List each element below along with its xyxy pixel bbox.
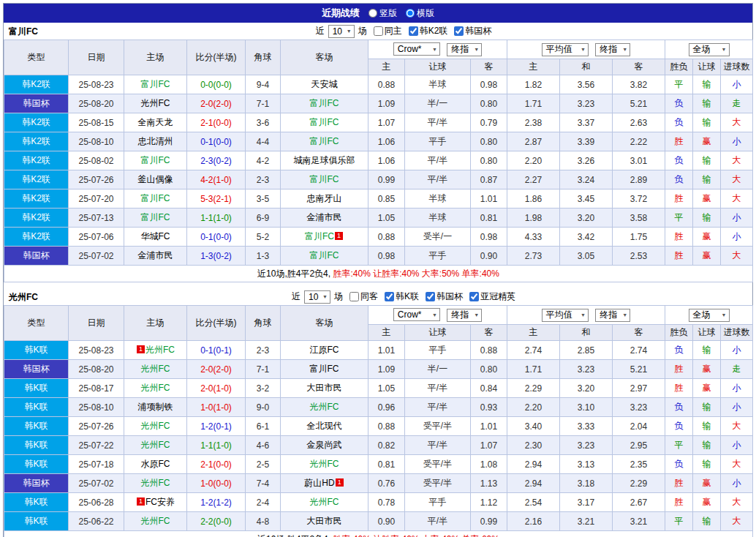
- team-name[interactable]: 富川FC: [141, 212, 170, 222]
- away-team-cell: 金浦市民: [281, 209, 368, 228]
- league-filter-1-checkbox[interactable]: [454, 26, 464, 36]
- bookmaker-select[interactable]: Crow*▼: [393, 42, 440, 56]
- corners-cell: 2-5: [246, 455, 281, 474]
- team-name[interactable]: 富川FC: [310, 98, 339, 108]
- results-table: 类型 日期 主场 比分(半场) 角球 客场 Crow*▼ 终指▼ 平均值▼ 终指…: [4, 305, 753, 537]
- team-name[interactable]: 光州FC: [141, 98, 170, 108]
- team-name[interactable]: 蔚山HD: [304, 478, 334, 488]
- away-team-cell: 富川FC: [281, 247, 368, 266]
- match-count-select[interactable]: 10▼: [304, 290, 330, 304]
- average-select[interactable]: 平均值▼: [542, 309, 589, 322]
- league-filter-2-option[interactable]: 亚冠精英: [464, 290, 515, 303]
- sub-result: 胜负: [665, 325, 693, 341]
- team-name[interactable]: 金浦市民: [307, 212, 342, 222]
- team-name[interactable]: 釜山偶像: [138, 174, 173, 184]
- team-name[interactable]: 全北现代: [307, 421, 342, 431]
- team-name[interactable]: 光州FC: [145, 345, 175, 355]
- home-team-cell: 富川FC: [124, 209, 187, 228]
- match-row: 韩K联25-07-18水原FC2-1(0-0)2-5光州FC0.81受平/半1.…: [4, 455, 753, 474]
- team-name[interactable]: 金浦市民: [138, 250, 173, 260]
- team-name[interactable]: 天安城: [311, 79, 338, 89]
- team-name[interactable]: 金泉尚武: [307, 440, 342, 450]
- team-name[interactable]: 城南足球俱乐部: [294, 155, 355, 165]
- league-cell: 韩K联: [4, 455, 69, 474]
- team-name[interactable]: 忠北清州: [138, 136, 173, 146]
- team-name[interactable]: 忠南牙山: [307, 193, 342, 203]
- team-name[interactable]: 光州FC: [141, 516, 170, 526]
- team-name[interactable]: 富川FC: [310, 117, 339, 127]
- team-name[interactable]: 富川FC: [305, 231, 334, 241]
- avg-draw-odds: 3.23: [560, 436, 613, 455]
- result-outcome: 平: [665, 209, 693, 228]
- team-name[interactable]: 光州FC: [141, 364, 170, 374]
- avg-away-odds: 2.53: [613, 247, 665, 266]
- team-name[interactable]: 光州FC: [310, 497, 339, 507]
- layout-vertical-option[interactable]: 竖版: [368, 7, 397, 20]
- team-name[interactable]: 光州FC: [141, 478, 170, 488]
- team-name[interactable]: 光州FC: [310, 459, 339, 469]
- avg-draw-odds: 3.24: [560, 170, 613, 189]
- team-name[interactable]: 光州FC: [141, 440, 170, 450]
- fullmatch-select[interactable]: 全场▼: [689, 43, 730, 56]
- handicap-line: 半/一: [405, 94, 471, 113]
- score-cell: 1-3(0-2): [187, 247, 246, 266]
- same-venue-option[interactable]: 同主: [368, 25, 402, 37]
- average-select[interactable]: 平均值▼: [542, 43, 589, 56]
- handicap-line: 半球: [405, 75, 471, 94]
- bookmaker-select[interactable]: Crow*▼: [393, 308, 440, 321]
- layout-horizontal-option[interactable]: 横版: [406, 7, 434, 20]
- team-name[interactable]: 光州FC: [141, 421, 170, 431]
- away-team-cell: 大田市民: [281, 512, 368, 531]
- team-name[interactable]: 水原FC: [141, 459, 170, 469]
- average-final-select[interactable]: 终指▼: [595, 309, 630, 322]
- team-name[interactable]: 光州FC: [141, 383, 170, 393]
- team-name[interactable]: 富川FC: [310, 174, 339, 184]
- average-final-select[interactable]: 终指▼: [595, 43, 630, 56]
- same-venue-checkbox[interactable]: [374, 26, 383, 36]
- league-filter-1-option[interactable]: 韩国杯: [420, 290, 463, 303]
- filter-label: 场: [334, 290, 343, 303]
- team-name[interactable]: 富川FC: [141, 155, 170, 165]
- team-name[interactable]: 富川FC: [310, 364, 339, 374]
- fullmatch-select[interactable]: 全场▼: [689, 309, 730, 322]
- avg-draw-odds: 3.56: [560, 75, 613, 94]
- score-cell: 1-1(1-0): [187, 209, 246, 228]
- same-venue-checkbox[interactable]: [349, 292, 359, 301]
- team-name[interactable]: 浦项制铁: [138, 402, 173, 412]
- handicap-line: 平/半: [405, 398, 471, 417]
- team-name[interactable]: 富川FC: [141, 193, 170, 203]
- league-filter-1-checkbox[interactable]: [426, 292, 435, 301]
- league-filter-0-checkbox[interactable]: [385, 292, 394, 301]
- home-team-cell: 光州FC: [124, 474, 187, 493]
- league-filter-0-option[interactable]: 韩K2联: [404, 25, 448, 37]
- same-venue-option[interactable]: 同客: [344, 290, 378, 303]
- team-name[interactable]: 华城FC: [141, 231, 170, 241]
- league-filter-0-checkbox[interactable]: [409, 26, 418, 36]
- avg-away-odds: 3.01: [613, 151, 665, 170]
- handicap-final-select[interactable]: 终指▼: [447, 309, 482, 322]
- home-team-cell: 忠北清州: [124, 132, 187, 151]
- team-name[interactable]: FC安养: [145, 497, 175, 507]
- handicap-final-select[interactable]: 终指▼: [447, 43, 482, 56]
- handicap-line: 受平/半: [405, 417, 471, 436]
- team-name[interactable]: 光州FC: [310, 402, 339, 412]
- date-cell: 25-07-06: [69, 228, 124, 247]
- team-name[interactable]: 全南天龙: [138, 117, 173, 127]
- team-name[interactable]: 江原FC: [310, 345, 339, 355]
- team-name[interactable]: 富川FC: [310, 136, 339, 146]
- team-name[interactable]: 富川FC: [310, 250, 339, 260]
- date-cell: 25-08-15: [69, 113, 124, 132]
- league-filter-1-option[interactable]: 韩国杯: [449, 25, 491, 37]
- vertical-radio[interactable]: [368, 9, 377, 18]
- league-filter-2-checkbox[interactable]: [469, 292, 479, 301]
- goals-outcome: 大: [721, 151, 753, 170]
- team-name[interactable]: 富川FC: [141, 79, 170, 89]
- score-cell: 2-1(0-0): [187, 455, 246, 474]
- date-cell: 25-07-13: [69, 209, 124, 228]
- match-count-select[interactable]: 10▼: [328, 25, 355, 38]
- league-filter-0-option[interactable]: 韩K联: [379, 290, 419, 303]
- team-name[interactable]: 大田市民: [307, 516, 342, 526]
- avg-draw-odds: 3.26: [560, 151, 613, 170]
- team-name[interactable]: 大田市民: [307, 383, 342, 393]
- horizontal-radio[interactable]: [406, 9, 415, 18]
